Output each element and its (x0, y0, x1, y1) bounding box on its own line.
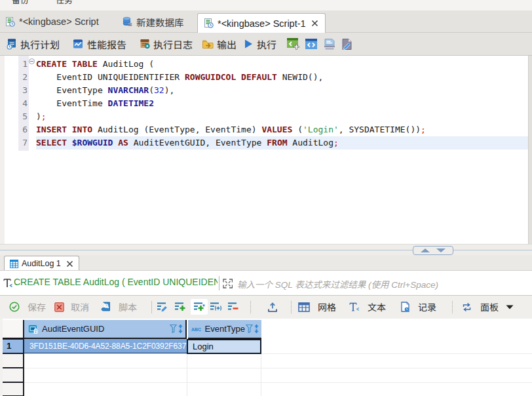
table-icon (10, 260, 18, 268)
abc-column-icon: ABC (191, 326, 202, 332)
execution-log-button[interactable]: 执行日志 (139, 33, 193, 55)
script-button[interactable]: 脚本 (101, 296, 137, 318)
sql-script-icon (5, 17, 15, 27)
add-row-button[interactable] (174, 296, 186, 318)
duplicate-row-button[interactable] (191, 299, 208, 315)
layout-button[interactable] (323, 33, 336, 55)
row-number: 1 (3, 340, 23, 353)
menu-item-backup[interactable]: 备份 (12, 0, 29, 6)
tab-label: 新建数据库 (136, 15, 184, 29)
grid-corner-cell[interactable] (3, 320, 24, 339)
duplicate-row-icon (193, 302, 205, 312)
line-number: 1 (3, 58, 28, 71)
grid-line (24, 353, 532, 354)
expand-filter-icon[interactable] (223, 279, 233, 288)
editor-results-splitter[interactable] (0, 244, 532, 255)
editor-tab-new-database[interactable]: 新建数据库 (122, 10, 184, 33)
close-icon[interactable] (311, 20, 318, 27)
code-line[interactable]: SELECT $ROWGUID AS AuditEventGUID, Event… (36, 136, 339, 149)
svg-text:ABC: ABC (191, 327, 201, 331)
auto-generate-icon (210, 302, 221, 312)
export-icon (267, 302, 278, 313)
editor-tab-script-1[interactable]: *<kingbase> Script-1 (197, 13, 326, 33)
menu-item-task[interactable]: 任务 (56, 0, 73, 6)
code-line[interactable]: INSERT INTO AuditLog (EventType, EventTi… (36, 123, 426, 136)
toolbar-separator (151, 301, 152, 313)
run-button[interactable]: 执行 (244, 33, 276, 55)
run-icon (244, 39, 254, 49)
database-icon (122, 16, 132, 27)
delete-row-icon (227, 302, 238, 312)
code-line[interactable]: EventID UNIQUEIDENTIFIER ROWGUIDCOL DEFA… (36, 71, 323, 84)
output-icon (202, 39, 214, 50)
delete-row-button[interactable] (227, 296, 238, 318)
column-header-eventtype[interactable]: ABC EventType (188, 320, 261, 339)
close-icon[interactable] (66, 260, 73, 267)
grid-view-button[interactable]: 网格 (298, 296, 336, 318)
results-tab-auditlog[interactable]: AuditLog 1 (4, 256, 79, 271)
cancel-button[interactable]: 取消 (54, 296, 89, 318)
cancel-label: 取消 (71, 300, 89, 313)
splitter-collapse-button[interactable] (413, 246, 453, 255)
output-button[interactable]: 输出 (202, 33, 237, 55)
sql-script-icon (204, 18, 214, 28)
editor-tab-script[interactable]: *<kingbase> Script (5, 10, 99, 33)
column-name: AuditEventGUID (42, 324, 104, 334)
menu-bar: 备份 任务 (0, 0, 532, 10)
save-button[interactable]: 保存 (9, 296, 46, 318)
row-header-1[interactable]: 1 (3, 339, 24, 353)
execution-log-icon (139, 38, 151, 50)
text-view-button[interactable]: 文本 (349, 296, 386, 318)
overview-ruler[interactable] (528, 56, 532, 244)
execution-plan-button[interactable]: 执行计划 (6, 33, 60, 55)
panel-button[interactable]: 面板 (461, 296, 514, 318)
collapse-up-icon (420, 248, 430, 253)
record-view-button[interactable]: 记录 (400, 296, 436, 318)
row-header-empty[interactable] (3, 353, 24, 368)
line-number: 6 (3, 123, 28, 136)
script-label: 脚本 (119, 300, 137, 313)
editor-tab-bar: *<kingbase> Script 新建数据库 *<kingbase> Scr… (0, 10, 532, 33)
export-button[interactable] (267, 296, 278, 318)
row-header-empty[interactable] (3, 382, 24, 396)
cell-eventtype[interactable]: Login (187, 339, 261, 354)
edit-script-button[interactable] (341, 33, 353, 55)
line-number: 2 (3, 71, 28, 84)
column-name: EventType (205, 324, 245, 334)
grid-view-label: 网格 (318, 300, 336, 313)
line-number: 5 (3, 110, 28, 123)
filter-sort-icon[interactable] (169, 324, 183, 334)
grid-line (24, 382, 532, 383)
edit-cell-button[interactable] (157, 296, 168, 318)
row-header-empty[interactable] (3, 368, 24, 382)
toolbar-separator (291, 301, 292, 313)
kingbase-ide-window: 备份 任务 *<kingbase> Script 新建数据库 (0, 0, 532, 396)
performance-report-button[interactable]: 性能报告 (72, 33, 126, 55)
fold-collapse-icon[interactable] (29, 58, 35, 64)
output-label: 输出 (217, 37, 237, 51)
filter-sort-icon[interactable] (245, 324, 259, 334)
record-view-icon (400, 302, 410, 312)
toolbar-separator (452, 301, 453, 313)
tab-label: *<kingbase> Script (19, 16, 99, 27)
code-line[interactable]: EventTime DATETIME2 (36, 97, 154, 110)
column-header-auditeventguid[interactable]: AuditEventGUID (24, 320, 187, 339)
edit-script-icon (341, 38, 353, 50)
sql-editor[interactable]: 1234567CREATE TABLE AuditLog ( EventID U… (0, 56, 532, 244)
sql-code-button[interactable] (305, 33, 318, 55)
new-sql-console-icon (286, 37, 301, 50)
code-line[interactable]: EventType NVARCHAR(32), (36, 84, 174, 97)
results-filter-bar: CREATE TABLE AuditLog ( EventID UNIQUEID… (0, 271, 532, 296)
filter-text-icon (3, 278, 13, 288)
toolbar-separator (250, 301, 251, 313)
refresh-panel-icon (461, 302, 472, 312)
filter-divider (219, 276, 219, 290)
filter-input[interactable]: 输入一个 SQL 表达式来过滤结果 (使用 Ctrl+Space) (237, 277, 438, 290)
run-label: 执行 (257, 37, 276, 51)
code-line[interactable]: ); (36, 110, 47, 123)
code-line[interactable]: CREATE TABLE AuditLog ( (36, 58, 154, 71)
execution-plan-icon (6, 38, 18, 50)
new-sql-console-button[interactable] (286, 33, 301, 55)
auto-generate-button[interactable] (210, 296, 221, 318)
cell-auditeventguid[interactable]: 3FD151BE-40D6-4A52-88A5-1C2F0392F637 (24, 339, 187, 353)
